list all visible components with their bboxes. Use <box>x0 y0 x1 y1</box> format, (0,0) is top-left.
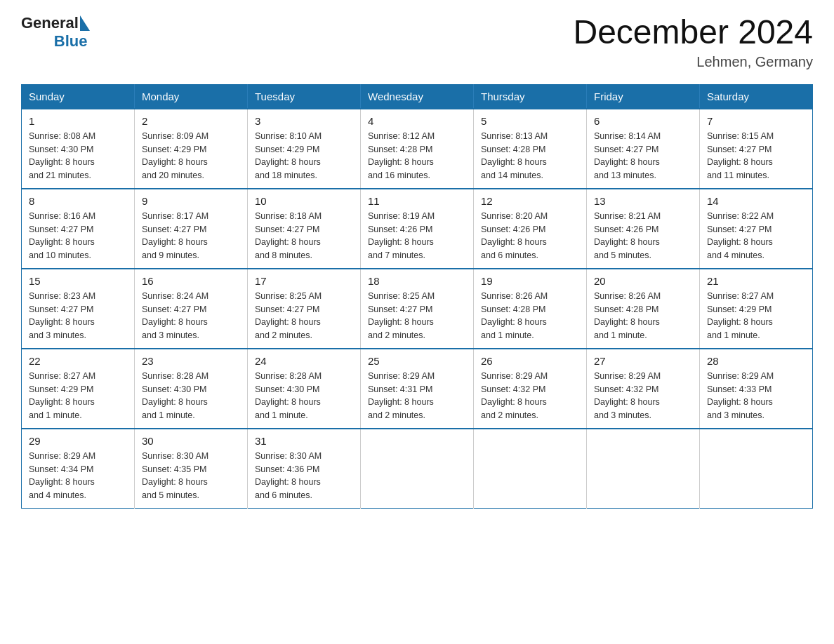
day-number: 29 <box>29 435 127 447</box>
calendar-cell: 8Sunrise: 8:16 AMSunset: 4:27 PMDaylight… <box>22 189 135 269</box>
day-number: 6 <box>594 115 692 127</box>
header-sunday: Sunday <box>22 84 135 109</box>
day-info: Sunrise: 8:08 AMSunset: 4:30 PMDaylight:… <box>29 130 127 182</box>
day-info: Sunrise: 8:20 AMSunset: 4:26 PMDaylight:… <box>481 210 579 262</box>
page-header: General Blue December 2024 Lehmen, Germa… <box>21 14 813 70</box>
logo-triangle-icon <box>80 15 90 31</box>
day-info: Sunrise: 8:29 AMSunset: 4:34 PMDaylight:… <box>29 450 127 502</box>
day-info: Sunrise: 8:29 AMSunset: 4:33 PMDaylight:… <box>707 370 805 422</box>
day-number: 22 <box>29 355 127 367</box>
calendar-cell: 9Sunrise: 8:17 AMSunset: 4:27 PMDaylight… <box>135 189 248 269</box>
day-number: 18 <box>368 275 466 287</box>
day-number: 5 <box>481 115 579 127</box>
calendar-cell: 5Sunrise: 8:13 AMSunset: 4:28 PMDaylight… <box>474 109 587 189</box>
day-info: Sunrise: 8:17 AMSunset: 4:27 PMDaylight:… <box>142 210 240 262</box>
calendar-cell: 7Sunrise: 8:15 AMSunset: 4:27 PMDaylight… <box>700 109 813 189</box>
day-info: Sunrise: 8:28 AMSunset: 4:30 PMDaylight:… <box>142 370 240 422</box>
day-number: 30 <box>142 435 240 447</box>
header-tuesday: Tuesday <box>248 84 361 109</box>
day-info: Sunrise: 8:26 AMSunset: 4:28 PMDaylight:… <box>594 290 692 342</box>
calendar-cell: 20Sunrise: 8:26 AMSunset: 4:28 PMDayligh… <box>587 269 700 349</box>
header-thursday: Thursday <box>474 84 587 109</box>
calendar-cell: 25Sunrise: 8:29 AMSunset: 4:31 PMDayligh… <box>361 349 474 429</box>
location: Lehmen, Germany <box>573 54 813 70</box>
logo-blue-text: Blue <box>54 32 88 51</box>
calendar-cell: 31Sunrise: 8:30 AMSunset: 4:36 PMDayligh… <box>248 429 361 509</box>
day-number: 10 <box>255 195 353 207</box>
calendar-cell <box>700 429 813 509</box>
day-number: 11 <box>368 195 466 207</box>
title-block: December 2024 Lehmen, Germany <box>573 14 813 70</box>
day-info: Sunrise: 8:19 AMSunset: 4:26 PMDaylight:… <box>368 210 466 262</box>
day-info: Sunrise: 8:28 AMSunset: 4:30 PMDaylight:… <box>255 370 353 422</box>
calendar-cell: 12Sunrise: 8:20 AMSunset: 4:26 PMDayligh… <box>474 189 587 269</box>
header-saturday: Saturday <box>700 84 813 109</box>
calendar-cell: 16Sunrise: 8:24 AMSunset: 4:27 PMDayligh… <box>135 269 248 349</box>
calendar-cell: 14Sunrise: 8:22 AMSunset: 4:27 PMDayligh… <box>700 189 813 269</box>
month-title: December 2024 <box>573 14 813 51</box>
calendar-cell: 24Sunrise: 8:28 AMSunset: 4:30 PMDayligh… <box>248 349 361 429</box>
day-info: Sunrise: 8:12 AMSunset: 4:28 PMDaylight:… <box>368 130 466 182</box>
day-number: 24 <box>255 355 353 367</box>
calendar-cell: 15Sunrise: 8:23 AMSunset: 4:27 PMDayligh… <box>22 269 135 349</box>
day-info: Sunrise: 8:09 AMSunset: 4:29 PMDaylight:… <box>142 130 240 182</box>
day-number: 15 <box>29 275 127 287</box>
day-info: Sunrise: 8:27 AMSunset: 4:29 PMDaylight:… <box>29 370 127 422</box>
header-friday: Friday <box>587 84 700 109</box>
day-info: Sunrise: 8:15 AMSunset: 4:27 PMDaylight:… <box>707 130 805 182</box>
calendar-cell: 3Sunrise: 8:10 AMSunset: 4:29 PMDaylight… <box>248 109 361 189</box>
day-number: 9 <box>142 195 240 207</box>
day-info: Sunrise: 8:24 AMSunset: 4:27 PMDaylight:… <box>142 290 240 342</box>
day-info: Sunrise: 8:16 AMSunset: 4:27 PMDaylight:… <box>29 210 127 262</box>
header-wednesday: Wednesday <box>361 84 474 109</box>
day-info: Sunrise: 8:10 AMSunset: 4:29 PMDaylight:… <box>255 130 353 182</box>
week-row-4: 22Sunrise: 8:27 AMSunset: 4:29 PMDayligh… <box>22 349 813 429</box>
calendar-cell: 18Sunrise: 8:25 AMSunset: 4:27 PMDayligh… <box>361 269 474 349</box>
day-info: Sunrise: 8:29 AMSunset: 4:31 PMDaylight:… <box>368 370 466 422</box>
week-row-1: 1Sunrise: 8:08 AMSunset: 4:30 PMDaylight… <box>22 109 813 189</box>
header-monday: Monday <box>135 84 248 109</box>
calendar-cell <box>474 429 587 509</box>
day-number: 31 <box>255 435 353 447</box>
day-number: 23 <box>142 355 240 367</box>
week-row-2: 8Sunrise: 8:16 AMSunset: 4:27 PMDaylight… <box>22 189 813 269</box>
day-number: 1 <box>29 115 127 127</box>
day-info: Sunrise: 8:22 AMSunset: 4:27 PMDaylight:… <box>707 210 805 262</box>
calendar-cell: 22Sunrise: 8:27 AMSunset: 4:29 PMDayligh… <box>22 349 135 429</box>
calendar-cell: 13Sunrise: 8:21 AMSunset: 4:26 PMDayligh… <box>587 189 700 269</box>
day-number: 21 <box>707 275 805 287</box>
day-info: Sunrise: 8:25 AMSunset: 4:27 PMDaylight:… <box>255 290 353 342</box>
day-number: 3 <box>255 115 353 127</box>
day-number: 25 <box>368 355 466 367</box>
day-number: 19 <box>481 275 579 287</box>
weekday-header-row: Sunday Monday Tuesday Wednesday Thursday… <box>22 84 813 109</box>
day-info: Sunrise: 8:23 AMSunset: 4:27 PMDaylight:… <box>29 290 127 342</box>
calendar-cell: 29Sunrise: 8:29 AMSunset: 4:34 PMDayligh… <box>22 429 135 509</box>
day-info: Sunrise: 8:13 AMSunset: 4:28 PMDaylight:… <box>481 130 579 182</box>
calendar-table: Sunday Monday Tuesday Wednesday Thursday… <box>21 84 813 509</box>
day-number: 4 <box>368 115 466 127</box>
calendar-cell: 2Sunrise: 8:09 AMSunset: 4:29 PMDaylight… <box>135 109 248 189</box>
calendar-cell: 26Sunrise: 8:29 AMSunset: 4:32 PMDayligh… <box>474 349 587 429</box>
day-number: 16 <box>142 275 240 287</box>
calendar-cell: 30Sunrise: 8:30 AMSunset: 4:35 PMDayligh… <box>135 429 248 509</box>
calendar-cell: 11Sunrise: 8:19 AMSunset: 4:26 PMDayligh… <box>361 189 474 269</box>
day-info: Sunrise: 8:25 AMSunset: 4:27 PMDaylight:… <box>368 290 466 342</box>
logo-spacer <box>21 32 51 51</box>
day-number: 8 <box>29 195 127 207</box>
day-number: 12 <box>481 195 579 207</box>
day-info: Sunrise: 8:30 AMSunset: 4:35 PMDaylight:… <box>142 450 240 502</box>
day-number: 13 <box>594 195 692 207</box>
day-number: 28 <box>707 355 805 367</box>
day-info: Sunrise: 8:18 AMSunset: 4:27 PMDaylight:… <box>255 210 353 262</box>
calendar-cell: 6Sunrise: 8:14 AMSunset: 4:27 PMDaylight… <box>587 109 700 189</box>
day-number: 17 <box>255 275 353 287</box>
day-number: 2 <box>142 115 240 127</box>
day-number: 7 <box>707 115 805 127</box>
calendar-cell: 23Sunrise: 8:28 AMSunset: 4:30 PMDayligh… <box>135 349 248 429</box>
day-number: 20 <box>594 275 692 287</box>
calendar-cell <box>361 429 474 509</box>
calendar-cell: 1Sunrise: 8:08 AMSunset: 4:30 PMDaylight… <box>22 109 135 189</box>
calendar-cell: 4Sunrise: 8:12 AMSunset: 4:28 PMDaylight… <box>361 109 474 189</box>
logo: General Blue <box>21 14 90 51</box>
